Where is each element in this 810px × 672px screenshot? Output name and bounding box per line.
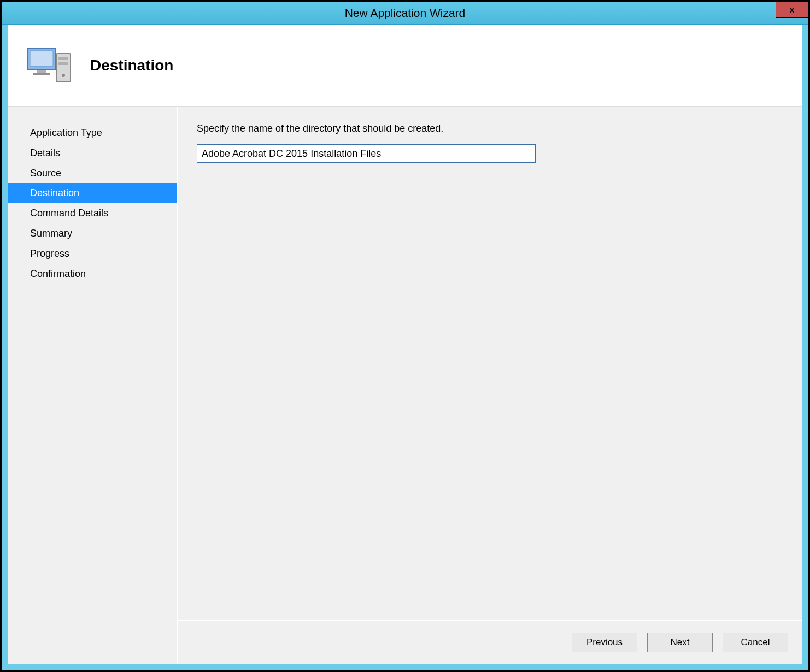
sidebar-item-details[interactable]: Details <box>8 143 177 163</box>
svg-rect-1 <box>30 51 53 66</box>
next-button[interactable]: Next <box>647 633 713 652</box>
sidebar-item-progress[interactable]: Progress <box>8 244 177 264</box>
main-panel: Specify the name of the directory that s… <box>178 107 802 664</box>
svg-rect-5 <box>58 57 68 60</box>
main-content: Specify the name of the directory that s… <box>178 107 802 620</box>
cancel-button[interactable]: Cancel <box>723 633 788 652</box>
page-title: Destination <box>90 57 173 74</box>
wizard-header: Destination <box>8 25 802 107</box>
wizard-steps-sidebar: Application Type Details Source Destinat… <box>8 107 178 664</box>
computer-icon <box>25 44 74 87</box>
sidebar-item-confirmation[interactable]: Confirmation <box>8 264 177 284</box>
previous-button[interactable]: Previous <box>572 633 637 652</box>
titlebar: New Application Wizard x <box>2 2 808 25</box>
sidebar-item-command-details[interactable]: Command Details <box>8 203 177 223</box>
window-title: New Application Wizard <box>345 7 466 20</box>
sidebar-item-application-type[interactable]: Application Type <box>8 123 177 143</box>
sidebar-item-destination[interactable]: Destination <box>8 183 177 203</box>
svg-rect-2 <box>37 70 46 73</box>
svg-rect-6 <box>58 62 68 65</box>
window-body: Destination Application Type Details Sou… <box>2 25 808 670</box>
wizard-window: New Application Wizard x Destination <box>0 0 810 672</box>
wizard-body: Application Type Details Source Destinat… <box>8 107 802 664</box>
svg-point-7 <box>62 74 65 77</box>
close-icon: x <box>789 4 795 16</box>
directory-name-input[interactable] <box>197 144 536 163</box>
sidebar-item-source[interactable]: Source <box>8 163 177 184</box>
sidebar-item-summary[interactable]: Summary <box>8 223 177 244</box>
button-bar: Previous Next Cancel <box>178 620 802 664</box>
instruction-label: Specify the name of the directory that s… <box>197 123 783 134</box>
close-button[interactable]: x <box>776 2 808 18</box>
svg-rect-3 <box>33 73 50 75</box>
